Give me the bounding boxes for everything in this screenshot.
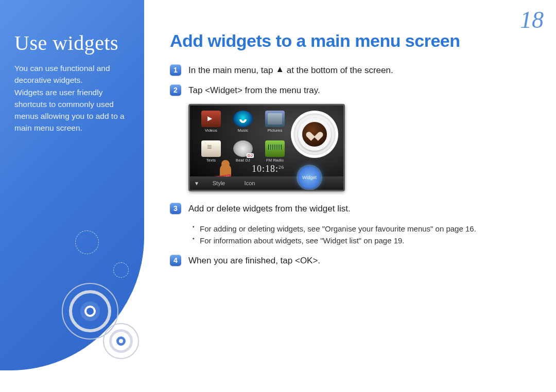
tray-widget-button: Widget [298, 166, 321, 189]
app-label: Music [229, 128, 257, 133]
beatdj-icon [233, 140, 253, 157]
tray-tab-style: Style [203, 180, 234, 186]
sidebar-body: You can use functional and decorative wi… [14, 62, 130, 134]
app-label: Videos [197, 128, 225, 133]
videos-icon [201, 111, 221, 127]
step-1-text-after: at the bottom of the screen. [284, 65, 393, 75]
step-3-note-2: For information about widgets, see "Widg… [193, 235, 541, 246]
step-1: 1 In the main menu, tap ▲ at the bottom … [170, 64, 541, 77]
menu-tray: ▼ Style Icon Widget [190, 176, 343, 190]
step-badge-3: 3 [170, 203, 181, 214]
step-badge-1: 1 [170, 64, 181, 76]
music-icon [233, 111, 253, 127]
triangle-up-icon: ▲ [275, 63, 284, 76]
app-videos: Videos [197, 111, 225, 137]
app-pictures: Pictures [261, 111, 289, 137]
page-number: 18 [520, 6, 544, 33]
chevron-down-icon: ▼ [190, 181, 203, 186]
app-label: FM Radio [261, 158, 289, 163]
step-4-text: When you are finished, tap <OK>. [188, 255, 320, 268]
app-label: Pictures [261, 128, 289, 133]
step-2-text: Tap <Widget> from the menu tray. [188, 84, 320, 97]
step-badge-2: 2 [170, 84, 181, 96]
pictures-icon [265, 111, 285, 127]
app-music: Music [229, 111, 257, 137]
fmradio-icon [265, 140, 285, 157]
step-1-text-before: In the main menu, tap [188, 65, 275, 75]
step-badge-4: 4 [170, 255, 181, 266]
step-3-text: Add or delete widgets from the widget li… [188, 203, 351, 216]
step-3-note-1: For adding or deleting widgets, see "Org… [193, 223, 541, 235]
step-3-notes: For adding or deleting widgets, see "Org… [193, 223, 541, 247]
clock-widget: 10:18:26 [252, 164, 284, 174]
tray-tab-icon: Icon [234, 180, 265, 186]
sidebar-title: Use widgets [14, 31, 130, 55]
coffee-widget [291, 111, 338, 158]
step-3: 3 Add or delete widgets from the widget … [170, 203, 541, 216]
main-heading: Add widgets to a main menu screen [170, 31, 541, 51]
device-screenshot: VideosMusicPicturesTextsBeat DJFM Radio … [188, 104, 541, 191]
sidebar: Use widgets You can use functional and d… [0, 0, 144, 370]
step-2: 2 Tap <Widget> from the menu tray. [170, 84, 541, 97]
main-content: Add widgets to a main menu screen 1 In t… [170, 31, 541, 275]
step-4: 4 When you are finished, tap <OK>. [170, 255, 541, 268]
step-1-text: In the main menu, tap ▲ at the bottom of… [188, 64, 393, 77]
clock-sec: 26 [279, 165, 284, 170]
texts-icon [201, 140, 221, 157]
clock-hhmm: 10:18: [252, 164, 279, 174]
